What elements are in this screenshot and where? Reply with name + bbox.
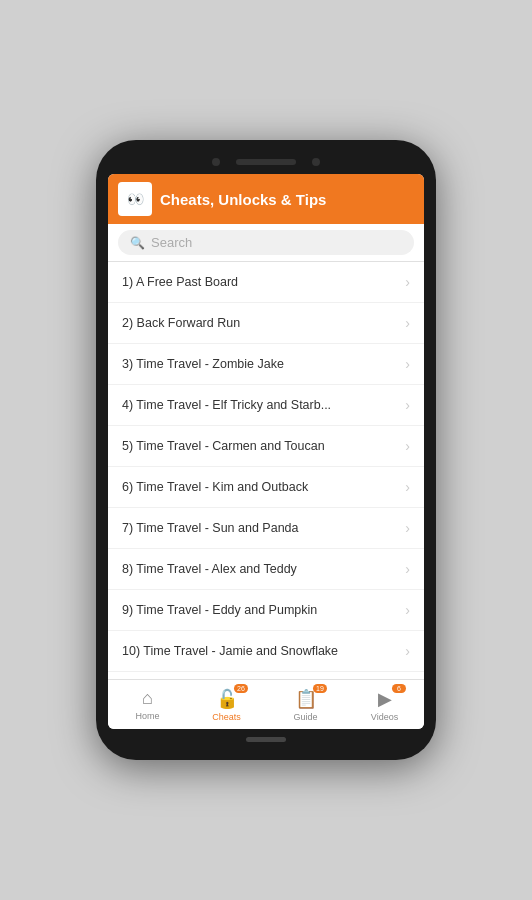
list-item[interactable]: 6) Time Travel - Kim and Outback › xyxy=(108,467,424,508)
list-item[interactable]: 7) Time Travel - Sun and Panda › xyxy=(108,508,424,549)
list-item[interactable]: 1) A Free Past Board › xyxy=(108,262,424,303)
chevron-icon: › xyxy=(405,479,410,495)
chevron-icon: › xyxy=(405,602,410,618)
chevron-icon: › xyxy=(405,397,410,413)
list-item-text: 6) Time Travel - Kim and Outback xyxy=(122,480,399,494)
speaker-bar xyxy=(236,159,296,165)
nav-item-guide[interactable]: 19 📋 Guide xyxy=(266,680,345,729)
home-indicator xyxy=(246,737,286,742)
logo-icon: 👀 xyxy=(127,192,144,206)
guide-label: Guide xyxy=(293,712,317,722)
list-item[interactable]: 9) Time Travel - Eddy and Pumpkin › xyxy=(108,590,424,631)
videos-badge: 6 xyxy=(392,684,406,693)
list-item-text: 8) Time Travel - Alex and Teddy xyxy=(122,562,399,576)
list-item[interactable]: 11) Time Travel - Jay and Bengal › xyxy=(108,672,424,679)
cheats-label: Cheats xyxy=(212,712,241,722)
list-item-text: 9) Time Travel - Eddy and Pumpkin xyxy=(122,603,399,617)
search-placeholder: Search xyxy=(151,235,192,250)
list-item-text: 2) Back Forward Run xyxy=(122,316,399,330)
list-item[interactable]: 10) Time Travel - Jamie and Snowflake › xyxy=(108,631,424,672)
nav-item-cheats[interactable]: 26 🔓 Cheats xyxy=(187,680,266,729)
list-item-text: 5) Time Travel - Carmen and Toucan xyxy=(122,439,399,453)
chevron-icon: › xyxy=(405,438,410,454)
list-item-text: 7) Time Travel - Sun and Panda xyxy=(122,521,399,535)
videos-icon: ▶ xyxy=(378,688,392,710)
list-item[interactable]: 4) Time Travel - Elf Tricky and Starb...… xyxy=(108,385,424,426)
list-item[interactable]: 5) Time Travel - Carmen and Toucan › xyxy=(108,426,424,467)
home-label: Home xyxy=(135,711,159,721)
phone-screen: 👀 Cheats, Unlocks & Tips 🔍 Search 1) A F… xyxy=(108,174,424,729)
guide-badge: 19 xyxy=(313,684,327,693)
home-icon: ⌂ xyxy=(142,688,153,709)
chevron-icon: › xyxy=(405,643,410,659)
search-input-wrap[interactable]: 🔍 Search xyxy=(118,230,414,255)
app-title: Cheats, Unlocks & Tips xyxy=(160,191,326,208)
chevron-icon: › xyxy=(405,274,410,290)
chevron-icon: › xyxy=(405,315,410,331)
phone-device: 👀 Cheats, Unlocks & Tips 🔍 Search 1) A F… xyxy=(96,140,436,760)
videos-label: Videos xyxy=(371,712,398,722)
search-icon: 🔍 xyxy=(130,236,145,250)
sensor-dot xyxy=(312,158,320,166)
search-bar: 🔍 Search xyxy=(108,224,424,262)
app-header: 👀 Cheats, Unlocks & Tips xyxy=(108,174,424,224)
list-container: 1) A Free Past Board › 2) Back Forward R… xyxy=(108,262,424,679)
nav-item-videos[interactable]: 6 ▶ Videos xyxy=(345,680,424,729)
list-item-text: 4) Time Travel - Elf Tricky and Starb... xyxy=(122,398,399,412)
phone-top-bar xyxy=(108,158,424,166)
chevron-icon: › xyxy=(405,356,410,372)
list-item[interactable]: 8) Time Travel - Alex and Teddy › xyxy=(108,549,424,590)
cheats-badge: 26 xyxy=(234,684,248,693)
app-logo: 👀 xyxy=(118,182,152,216)
list-item[interactable]: 2) Back Forward Run › xyxy=(108,303,424,344)
nav-item-home[interactable]: ⌂ Home xyxy=(108,680,187,729)
bottom-nav: ⌂ Home 26 🔓 Cheats 19 📋 Guide 6 ▶ Videos xyxy=(108,679,424,729)
chevron-icon: › xyxy=(405,520,410,536)
list-item-text: 1) A Free Past Board xyxy=(122,275,399,289)
chevron-icon: › xyxy=(405,561,410,577)
list-item-text: 10) Time Travel - Jamie and Snowflake xyxy=(122,644,399,658)
list-item-text: 3) Time Travel - Zombie Jake xyxy=(122,357,399,371)
camera-dot xyxy=(212,158,220,166)
phone-bottom-bar xyxy=(108,737,424,742)
list-item[interactable]: 3) Time Travel - Zombie Jake › xyxy=(108,344,424,385)
